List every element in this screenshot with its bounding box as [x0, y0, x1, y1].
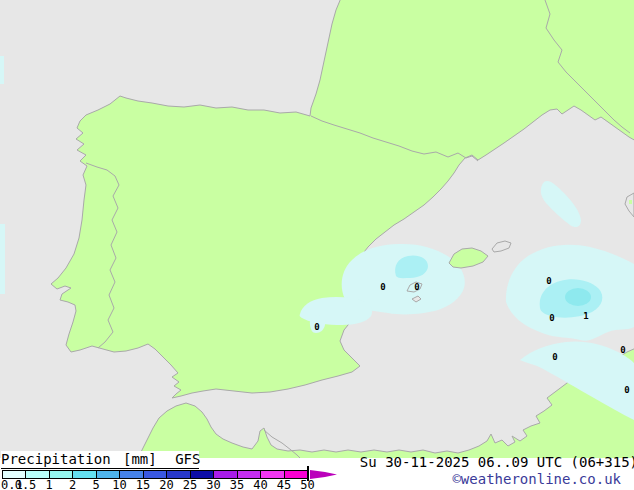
precip-patch-algeria-sea-inner	[565, 288, 591, 306]
unit-label: [mm]	[123, 451, 157, 467]
legend-tick-label: 40	[253, 478, 267, 490]
product-label: Precipitation	[1, 451, 111, 467]
legend-cell	[97, 471, 120, 478]
legend-cell	[120, 471, 143, 478]
legend-cell	[167, 471, 190, 478]
legend-tick-label: 2	[69, 478, 76, 490]
legend-tick-label: 30	[206, 478, 220, 490]
legend-tick-label: 35	[230, 478, 244, 490]
legend-title: Precipitation [mm] GFS	[1, 451, 199, 469]
legend-cell	[238, 471, 261, 478]
legend-tick-labels: 0.10.5125101520253035404550	[0, 478, 340, 490]
precip-patch-west-edge-north	[0, 56, 4, 84]
legend-tick-label: 1	[45, 478, 52, 490]
legend-cell	[285, 471, 307, 478]
legend-tick-label: 45	[277, 478, 291, 490]
precip-patch-west-edge-south	[0, 224, 5, 294]
legend-cell	[191, 471, 214, 478]
precipitation-map	[0, 0, 634, 458]
legend-cell	[261, 471, 284, 478]
legend-tick-label: 5	[92, 478, 99, 490]
legend-cell	[3, 471, 26, 478]
legend-cell	[50, 471, 73, 478]
weather-map-page: 000001000 Precipitation [mm] GFS 0.10.51…	[0, 0, 634, 490]
legend-tick-label: 10	[112, 478, 126, 490]
legend-tick-label: 20	[159, 478, 173, 490]
legend-cell	[73, 471, 96, 478]
legend-tick-label: 50	[300, 478, 314, 490]
sardinia-land-speck	[629, 200, 632, 204]
legend-tick-label: 25	[183, 478, 197, 490]
legend-cell	[26, 471, 49, 478]
model-label: GFS	[175, 451, 200, 467]
timestamp: Su 30-11-2025 06..09 UTC (06+315)	[360, 454, 634, 470]
legend-tick-label: 0.5	[15, 478, 37, 490]
credit-link[interactable]: ©weatheronline.co.uk	[452, 471, 621, 487]
legend-cell	[144, 471, 167, 478]
legend-cell	[214, 471, 237, 478]
legend-tick-label: 15	[136, 478, 150, 490]
